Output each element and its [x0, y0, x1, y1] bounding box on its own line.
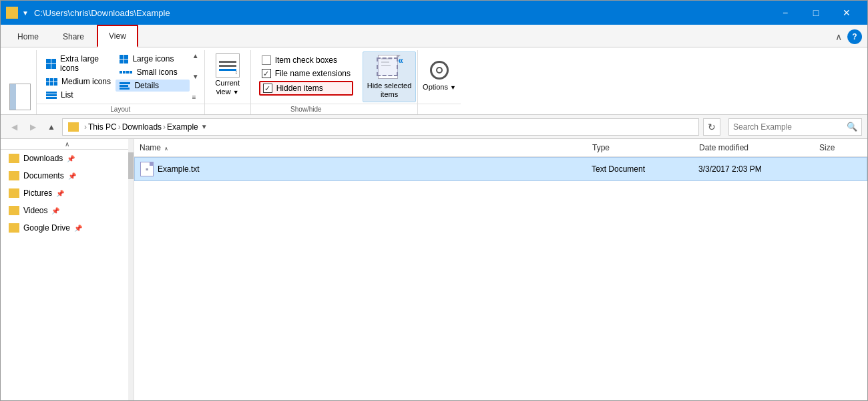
ribbon-tabs: Home Share View ∧ ? [1, 25, 867, 47]
scroll-more-arrow[interactable]: ≡ [192, 94, 199, 101]
layout-section: Extra large icons Medium icons [37, 50, 205, 114]
dashed-overlay [377, 57, 398, 76]
sidebar-item-videos[interactable]: Videos 📌 [1, 202, 134, 219]
help-button[interactable]: ? [847, 29, 862, 44]
file-row-example[interactable]: ≡ Example.txt Text Document 3/3/2017 2:0… [134, 157, 867, 181]
file-name: Example.txt [158, 164, 200, 174]
layout-section-inner: Extra large icons Medium icons [37, 50, 204, 104]
options-section: Options ▼ [418, 50, 461, 114]
hide-selected-section: « Hide selecteditems [361, 50, 418, 114]
sidebar-item-documents[interactable]: Documents 📌 [1, 167, 134, 184]
sidebar-item-downloads[interactable]: Downloads 📌 [1, 150, 134, 167]
options-button[interactable]: Options ▼ [419, 51, 459, 98]
address-path[interactable]: › This PC › Downloads › Example ▼ [62, 118, 699, 136]
medium-icons-label: Medium icons [61, 77, 111, 86]
current-view-section: ↕ Currentview ▼ [205, 50, 251, 114]
sidebar-item-google-drive[interactable]: Google Drive 📌 [1, 219, 134, 237]
minimize-button[interactable]: − [770, 1, 801, 25]
quick-access-arrow[interactable]: ▼ [22, 9, 29, 17]
gear-inner [436, 67, 443, 74]
current-view-button[interactable]: ↕ Currentview ▼ [205, 50, 250, 100]
hidden-items-row[interactable]: ✓ Hidden items [259, 81, 353, 96]
sidebar: ∧ Downloads 📌 Documents 📌 Pictures 📌 Vid… [1, 139, 134, 401]
layout-small-icons[interactable]: Small icons [116, 66, 189, 78]
google-drive-pin-icon: 📌 [74, 225, 82, 232]
path-separator-2: › [118, 122, 121, 132]
pane-icon [9, 84, 31, 110]
close-button[interactable]: ✕ [831, 1, 862, 25]
file-cell-type: Text Document [586, 163, 693, 175]
collapse-bar[interactable]: ∧ [1, 139, 134, 150]
hide-selected-button[interactable]: « Hide selecteditems [363, 51, 416, 102]
hide-selected-label: Hide selecteditems [367, 82, 412, 99]
current-view-label: Currentview ▼ [215, 79, 240, 96]
col-header-name[interactable]: Name ∧ [134, 142, 587, 154]
gear-circle [430, 61, 449, 80]
col-header-date[interactable]: Date modified [694, 142, 814, 154]
search-box: 🔍 [728, 118, 862, 136]
hidden-items-checkbox[interactable]: ✓ [263, 84, 272, 93]
col-type-label: Type [592, 143, 610, 152]
file-name-extensions-row[interactable]: ✓ File name extensions [259, 68, 353, 80]
file-list-header: Name ∧ Type Date modified Size [134, 139, 867, 157]
sidebar-google-drive-label: Google Drive [23, 223, 70, 233]
sort-arrow-name: ∧ [164, 146, 168, 152]
tab-share[interactable]: Share [51, 26, 95, 47]
list-icon [46, 92, 57, 99]
item-check-boxes-checkbox[interactable] [262, 55, 271, 65]
col-header-size[interactable]: Size [814, 142, 867, 154]
small-icons-label: Small icons [136, 68, 177, 77]
large-icons-label: Large icons [132, 54, 174, 63]
sidebar-item-pictures[interactable]: Pictures 📌 [1, 184, 134, 202]
path-downloads[interactable]: Downloads [122, 122, 162, 132]
search-input[interactable] [733, 122, 847, 132]
up-button[interactable]: ▲ [43, 119, 59, 135]
layout-scroll-arrows: ▲ ▼ ≡ [190, 53, 199, 101]
item-check-boxes-row[interactable]: Item check boxes [259, 54, 353, 66]
sidebar-scrollbar-thumb[interactable] [128, 152, 134, 179]
main-area: ∧ Downloads 📌 Documents 📌 Pictures 📌 Vid… [1, 139, 867, 401]
title-bar: ▼ C:\Users\chris\Downloads\Example − □ ✕ [1, 1, 867, 25]
refresh-button[interactable]: ↻ [703, 118, 720, 136]
back-button[interactable]: ◀ [6, 119, 22, 135]
folder-icon [6, 7, 18, 19]
sort-indicator: ↕ [235, 70, 238, 76]
file-name-extensions-checkbox[interactable]: ✓ [262, 69, 271, 78]
videos-pin-icon: 📌 [51, 207, 59, 215]
file-date: 3/3/2017 2:03 PM [698, 164, 762, 174]
path-example[interactable]: Example [167, 122, 198, 132]
forward-button[interactable]: ▶ [25, 119, 41, 135]
col-name-label: Name [140, 143, 161, 152]
scroll-down-arrow[interactable]: ▼ [192, 74, 199, 80]
address-dropdown-arrow[interactable]: ▼ [201, 123, 208, 130]
options-label: Options ▼ [423, 83, 456, 91]
file-type: Text Document [592, 164, 645, 174]
showhide-section: Item check boxes ✓ File name extensions … [251, 50, 361, 114]
layout-large-icons[interactable]: Large icons [116, 53, 189, 65]
ribbon-helpers: ∧ ? [835, 29, 867, 47]
options-dropdown-arrow: ▼ [450, 84, 456, 91]
collapse-ribbon-button[interactable]: ∧ [835, 31, 842, 42]
pane-button[interactable] [3, 50, 37, 114]
title-path: C:\Users\chris\Downloads\Example [34, 8, 770, 18]
documents-folder-icon [9, 171, 19, 180]
address-bar: ◀ ▶ ▲ › This PC › Downloads › Example ▼ … [1, 115, 867, 139]
scroll-up-arrow[interactable]: ▲ [192, 53, 199, 59]
layout-medium-icons[interactable]: Medium icons [42, 76, 116, 88]
layout-list[interactable]: List [42, 89, 116, 101]
layout-details[interactable]: Details [116, 80, 189, 92]
maximize-button[interactable]: □ [801, 1, 831, 25]
layout-extra-large-icons[interactable]: Extra large icons [42, 53, 116, 74]
file-cell-name: ≡ Example.txt [135, 160, 586, 178]
layout-col-right: Large icons Small icons [116, 53, 189, 101]
col-header-type[interactable]: Type [587, 142, 694, 154]
file-area: Name ∧ Type Date modified Size ≡ Example… [134, 139, 867, 401]
sidebar-scrollbar[interactable] [128, 139, 134, 401]
tab-view[interactable]: View [97, 25, 138, 47]
path-this-pc[interactable]: This PC [88, 122, 117, 132]
large-icon [120, 55, 128, 63]
current-view-dropdown-arrow: ▼ [233, 89, 239, 96]
tab-home[interactable]: Home [6, 26, 50, 47]
txt-label: ≡ [146, 167, 148, 172]
sidebar-downloads-label: Downloads [23, 154, 63, 163]
